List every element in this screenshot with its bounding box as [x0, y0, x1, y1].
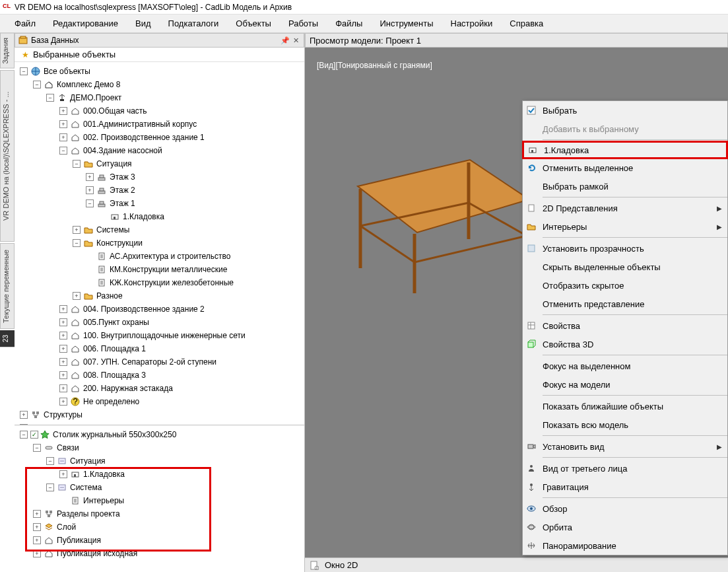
ctx-фокус-на-выделенном[interactable]: Фокус на выделенном [523, 357, 727, 375]
expand-icon[interactable]: + [33, 523, 41, 531]
ctx-выбрать-рамкой[interactable]: Выбрать рамкой [523, 177, 727, 196]
tree-node[interactable]: +Слой [15, 520, 304, 534]
tree-node[interactable]: +Структуры [15, 408, 304, 421]
side-tab-23[interactable]: 23 [0, 330, 15, 347]
side-tab-vars[interactable]: Текущие переменные [0, 243, 15, 329]
menu-работы[interactable]: Работы [287, 16, 319, 31]
tree-node[interactable]: +Разное [15, 289, 304, 303]
tree-node[interactable]: Интерьеры [15, 494, 304, 507]
collapse-icon[interactable]: − [33, 444, 41, 452]
collapse-icon[interactable]: − [73, 239, 81, 247]
object-tree[interactable]: −Все объекты−Комплекс Демо 8−ДЕМО.Проект… [15, 62, 304, 425]
collapse-icon[interactable]: − [46, 457, 54, 465]
ctx-панорамирование[interactable]: Панорамирование [523, 536, 727, 555]
collapse-icon[interactable]: − [33, 81, 41, 89]
tree-node[interactable]: КЖ.Конструкции железобетонные [15, 276, 304, 289]
tree-node[interactable]: −Система [15, 481, 304, 494]
expand-icon[interactable]: + [73, 292, 81, 300]
tree-node[interactable]: −Все объекты [15, 65, 304, 78]
tree-node[interactable]: −ДЕМО.Проект [15, 91, 304, 104]
tree-node[interactable]: −004.Здание насосной [15, 144, 304, 157]
expand-icon[interactable]: + [59, 305, 67, 313]
tree-node[interactable]: −Комплекс Демо 8 [15, 78, 304, 91]
menu-инструменты[interactable]: Инструменты [378, 16, 434, 31]
expand-icon[interactable]: + [59, 398, 67, 406]
selected-tree[interactable]: −✓Столик журнальный 550х300х250−Связи−Си… [15, 425, 304, 572]
ctx-гравитация[interactable]: Гравитация [523, 478, 727, 496]
expand-icon[interactable]: + [59, 120, 67, 128]
collapse-icon[interactable]: − [59, 147, 67, 155]
expand-icon[interactable]: + [59, 133, 67, 141]
ctx-свойства-3d[interactable]: Свойства 3D [523, 335, 727, 353]
tree-node[interactable]: +100. Внутриплощадочные инженерные сети [15, 329, 304, 342]
menu-вид[interactable]: Вид [134, 16, 152, 31]
tree-node[interactable]: +001.Административный корпус [15, 118, 304, 131]
ctx-отменить-выделенное[interactable]: Отменить выделенное [523, 159, 727, 177]
ctx-вид-от-третьего-лица[interactable]: Вид от третьего лица [523, 459, 727, 478]
expand-icon[interactable]: + [59, 107, 67, 115]
collapse-icon[interactable]: − [73, 160, 81, 168]
expand-icon[interactable]: + [86, 173, 94, 181]
collapse-icon[interactable]: − [46, 483, 54, 491]
ctx-2d-представления[interactable]: 2D Представления▶ [523, 199, 727, 217]
side-tab-db[interactable]: VR DEMO на (local)\SQLEXPRESS - ... [0, 70, 15, 242]
collapse-icon[interactable]: − [86, 199, 94, 207]
tree-node[interactable]: −Этаж 1 [15, 197, 304, 210]
menu-файлы[interactable]: Файлы [334, 16, 364, 31]
expand-icon[interactable]: + [59, 358, 67, 366]
tree-node[interactable]: +Этаж 2 [15, 184, 304, 197]
expand-icon[interactable]: + [59, 384, 67, 392]
expand-icon[interactable]: + [59, 318, 67, 326]
menu-справка[interactable]: Справка [508, 16, 545, 31]
tree-node[interactable]: −Конструкции [15, 236, 304, 250]
ctx-интерьеры[interactable]: Интерьеры▶ [523, 217, 727, 236]
tree-node[interactable]: АС.Архитектура и строительство [15, 250, 304, 263]
expand-icon[interactable]: + [59, 371, 67, 379]
ctx-свойства[interactable]: Свойства [523, 316, 727, 335]
tree-node[interactable]: +007. УПН. Сепараторы 2-ой ступени [15, 355, 304, 369]
ctx-установить-прозрачность[interactable]: Установить прозрачность [523, 239, 727, 258]
tree-node[interactable]: +200. Наружная эстакада [15, 382, 304, 395]
expand-icon[interactable]: + [73, 226, 81, 234]
collapse-icon[interactable]: − [20, 67, 28, 75]
tree-node[interactable]: −✓Столик журнальный 550х300х250 [15, 428, 304, 441]
tree-node[interactable]: +008. Площадка 3 [15, 369, 304, 382]
tree-node[interactable]: +Системы [15, 223, 304, 236]
menu-файл[interactable]: Файл [13, 16, 37, 31]
checkbox-icon[interactable]: ✓ [30, 431, 38, 439]
ctx-добавить-к-выбранному[interactable]: Добавить к выбранному [523, 120, 727, 138]
tree-node[interactable]: −Ситуация [15, 157, 304, 170]
expand-icon[interactable]: + [59, 345, 67, 353]
tree-node[interactable]: −Связи [15, 441, 304, 454]
tree-node[interactable]: +004. Производственное здание 2 [15, 303, 304, 316]
tree-node[interactable]: +000.Общая часть [15, 104, 304, 118]
tree-node[interactable]: +1.Кладовка [15, 468, 304, 481]
expand-icon[interactable]: + [59, 470, 67, 478]
collapse-icon[interactable]: − [46, 94, 54, 102]
pin-icon[interactable]: 📌 [280, 35, 290, 46]
expand-icon[interactable]: + [33, 536, 41, 544]
expand-icon[interactable]: + [20, 411, 28, 419]
tree-node[interactable]: +?Не определено [15, 395, 304, 408]
ctx-выбрать[interactable]: Выбрать [523, 101, 727, 120]
expand-icon[interactable]: + [33, 510, 41, 518]
tree-node[interactable]: +Разделы проекта [15, 507, 304, 520]
tree-node[interactable]: +005.Пункт охраны [15, 316, 304, 329]
side-tab-tasks[interactable]: Задания [0, 33, 15, 69]
ctx-фокус-на-модели[interactable]: Фокус на модели [523, 375, 727, 394]
tree-node[interactable]: +002. Производственное здание 1 [15, 131, 304, 144]
menu-настройки[interactable]: Настройки [449, 16, 494, 31]
tree-node[interactable]: КМ.Конструкции металлические [15, 263, 304, 276]
ctx-скрыть-выделенные-объекты[interactable]: Скрыть выделенные объекты [523, 258, 727, 276]
tree-node[interactable]: +006. Площадка 1 [15, 342, 304, 355]
ctx-отобразить-скрытое[interactable]: Отобразить скрытое [523, 276, 727, 295]
tree-node[interactable]: +Публикация [15, 534, 304, 547]
collapse-icon[interactable]: − [20, 431, 28, 439]
menu-подкаталоги[interactable]: Подкаталоги [167, 16, 220, 31]
ctx-отменить-представление[interactable]: Отменить представление [523, 295, 727, 313]
ctx-установить-вид[interactable]: Установить вид▶ [523, 437, 727, 456]
model-object-table[interactable] [331, 127, 543, 299]
expand-icon[interactable]: + [59, 332, 67, 340]
close-icon[interactable]: ✕ [290, 35, 301, 46]
ctx-орбита[interactable]: Орбита [523, 518, 727, 536]
